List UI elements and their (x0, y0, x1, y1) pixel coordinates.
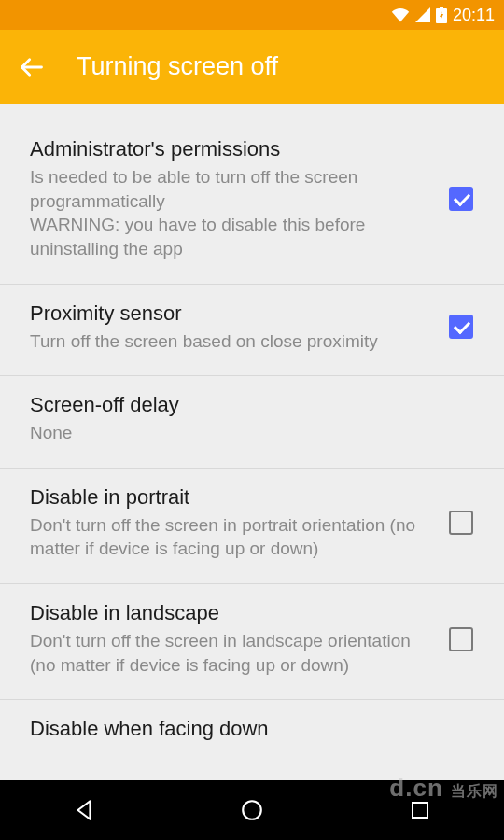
battery-icon (436, 7, 447, 23)
page-title: Turning screen off (77, 52, 278, 81)
setting-title: Administrator's permissions (30, 137, 429, 161)
back-arrow-icon[interactable] (19, 54, 45, 80)
setting-screen-off-delay[interactable]: Screen-off delay None (0, 382, 504, 462)
setting-title: Disable when facing down (30, 717, 429, 741)
setting-desc: Don't turn off the screen in portrait or… (30, 513, 429, 561)
svg-rect-4 (413, 803, 427, 818)
cell-signal-icon (415, 7, 430, 22)
setting-desc: Is needed to be able to turn off the scr… (30, 165, 429, 261)
svg-point-3 (243, 801, 261, 819)
setting-title: Screen-off delay (30, 393, 429, 417)
setting-title: Proximity sensor (30, 301, 429, 326)
setting-admin-permissions[interactable]: Administrator's permissions Is needed to… (0, 126, 504, 278)
setting-disable-landscape[interactable]: Disable in landscape Don't turn off the … (0, 590, 504, 693)
setting-desc: Don't turn off the screen in landscape o… (30, 629, 429, 677)
setting-disable-portrait[interactable]: Disable in portrait Don't turn off the s… (0, 474, 504, 578)
setting-disable-facing-down[interactable]: Disable when facing down (0, 706, 504, 745)
nav-home-button[interactable] (210, 798, 294, 822)
nav-back-button[interactable] (42, 798, 126, 822)
checkbox-icon[interactable] (449, 315, 473, 339)
divider (0, 468, 504, 469)
settings-list[interactable]: Administrator's permissions Is needed to… (0, 104, 504, 780)
checkbox-icon[interactable] (449, 627, 473, 651)
setting-title: Disable in portrait (30, 485, 429, 510)
setting-title: Disable in landscape (30, 601, 429, 625)
checkbox-icon[interactable] (449, 187, 473, 211)
status-bar: 20:11 (0, 0, 504, 30)
divider (0, 699, 504, 700)
nav-recent-button[interactable] (378, 799, 462, 821)
divider (0, 375, 504, 376)
setting-desc: None (30, 421, 429, 445)
navigation-bar (0, 780, 504, 840)
wifi-icon (391, 7, 410, 22)
checkbox-icon[interactable] (449, 511, 473, 535)
svg-rect-1 (440, 7, 443, 8)
app-bar: Turning screen off (0, 30, 504, 104)
divider (0, 284, 504, 285)
status-time: 20:11 (453, 6, 495, 25)
divider (0, 583, 504, 584)
setting-proximity-sensor[interactable]: Proximity sensor Turn off the screen bas… (0, 290, 504, 371)
screen: 20:11 Turning screen off Administrator's… (0, 0, 504, 840)
setting-desc: Turn off the screen based on close proxi… (30, 329, 429, 354)
